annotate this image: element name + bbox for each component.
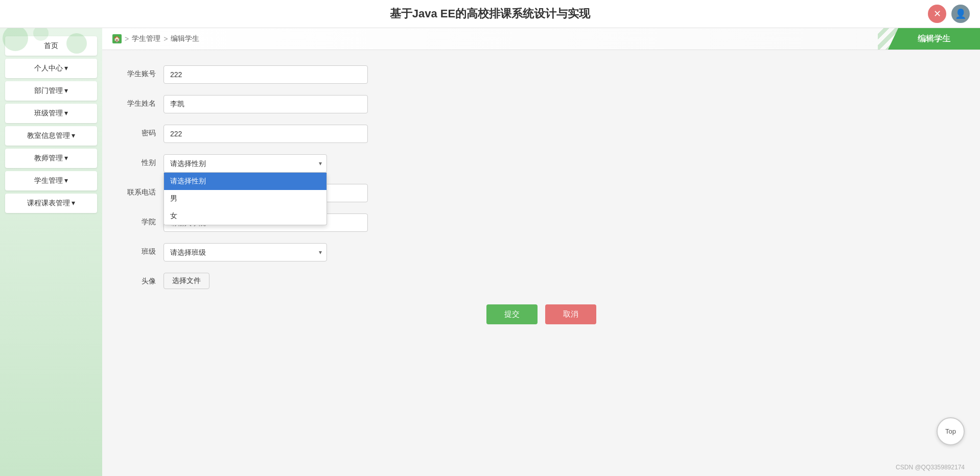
class-select-wrapper: 请选择班级 ▾ bbox=[164, 243, 327, 261]
form-area: 学生账号 学生姓名 密码 性别 请选择性别 男 女 bbox=[102, 50, 980, 476]
password-input[interactable] bbox=[164, 125, 368, 143]
gender-select-wrapper: 请选择性别 男 女 ▾ 请选择性别 男 女 bbox=[164, 154, 327, 173]
cancel-button[interactable]: 取消 bbox=[545, 304, 596, 324]
student-name-label: 学生姓名 bbox=[123, 95, 164, 108]
dropdown-item-male[interactable]: 男 bbox=[164, 190, 326, 207]
sidebar: 首页 个人中心 ▾ 部门管理 ▾ 班级管理 ▾ 教室信息管理 ▾ 教师管理 ▾ … bbox=[0, 28, 102, 476]
breadcrumb-sep2: > bbox=[164, 35, 168, 43]
class-row: 班级 请选择班级 ▾ bbox=[123, 243, 960, 261]
gender-dropdown-menu: 请选择性别 男 女 bbox=[164, 173, 327, 225]
avatar-row: 头像 选择文件 bbox=[123, 273, 960, 289]
breadcrumb: 🏠 > 学生管理 > 编辑学生 编辑学生 bbox=[102, 28, 980, 50]
sidebar-item-teacher[interactable]: 教师管理 ▾ bbox=[5, 149, 97, 168]
sidebar-item-class[interactable]: 班级管理 ▾ bbox=[5, 104, 97, 123]
file-choose-button[interactable]: 选择文件 bbox=[164, 273, 209, 289]
class-label: 班级 bbox=[123, 243, 164, 256]
dropdown-item-female[interactable]: 女 bbox=[164, 207, 326, 225]
breadcrumb-item2: 编辑学生 bbox=[171, 34, 199, 43]
sidebar-item-classroom[interactable]: 教室信息管理 ▾ bbox=[5, 126, 97, 146]
watermark: CSDN @QQ3359892174 bbox=[896, 464, 965, 471]
student-account-row: 学生账号 bbox=[123, 65, 960, 84]
breadcrumb-sep1: > bbox=[125, 35, 129, 43]
sidebar-item-course[interactable]: 课程课表管理 ▾ bbox=[5, 194, 97, 213]
page-title: 编辑学生 bbox=[888, 28, 980, 50]
user-button[interactable]: 👤 bbox=[951, 5, 970, 23]
college-label: 学院 bbox=[123, 213, 164, 227]
header: 基于Java EE的高校排课系统设计与实现 ✕ 👤 bbox=[0, 0, 980, 28]
main-content: 🏠 > 学生管理 > 编辑学生 编辑学生 学生账号 学生姓名 密码 bbox=[102, 28, 980, 476]
class-select[interactable]: 请选择班级 bbox=[164, 243, 327, 261]
action-buttons: 提交 取消 bbox=[123, 304, 960, 324]
scroll-to-top-button[interactable]: Top bbox=[937, 417, 965, 445]
dropdown-item-placeholder[interactable]: 请选择性别 bbox=[164, 173, 326, 190]
student-account-label: 学生账号 bbox=[123, 65, 164, 79]
submit-button[interactable]: 提交 bbox=[486, 304, 538, 324]
home-icon: 🏠 bbox=[112, 34, 122, 43]
layout: 首页 个人中心 ▾ 部门管理 ▾ 班级管理 ▾ 教室信息管理 ▾ 教师管理 ▾ … bbox=[0, 28, 980, 476]
close-button[interactable]: ✕ bbox=[928, 5, 946, 23]
avatar-label: 头像 bbox=[123, 273, 164, 286]
password-row: 密码 bbox=[123, 125, 960, 143]
breadcrumb-item1: 学生管理 bbox=[132, 34, 160, 43]
gender-label: 性别 bbox=[123, 154, 164, 168]
header-title: 基于Java EE的高校排课系统设计与实现 bbox=[390, 6, 590, 21]
gender-select[interactable]: 请选择性别 男 女 bbox=[164, 154, 327, 173]
password-label: 密码 bbox=[123, 125, 164, 138]
phone-label: 联系电话 bbox=[123, 184, 164, 197]
gender-row: 性别 请选择性别 男 女 ▾ 请选择性别 男 女 bbox=[123, 154, 960, 173]
sidebar-item-personal[interactable]: 个人中心 ▾ bbox=[5, 59, 97, 78]
sidebar-item-student[interactable]: 学生管理 ▾ bbox=[5, 171, 97, 191]
student-account-input[interactable] bbox=[164, 65, 368, 84]
sidebar-item-home[interactable]: 首页 bbox=[5, 36, 97, 56]
header-icons: ✕ 👤 bbox=[928, 5, 970, 23]
sidebar-item-department[interactable]: 部门管理 ▾ bbox=[5, 81, 97, 101]
student-name-row: 学生姓名 bbox=[123, 95, 960, 113]
student-name-input[interactable] bbox=[164, 95, 368, 113]
